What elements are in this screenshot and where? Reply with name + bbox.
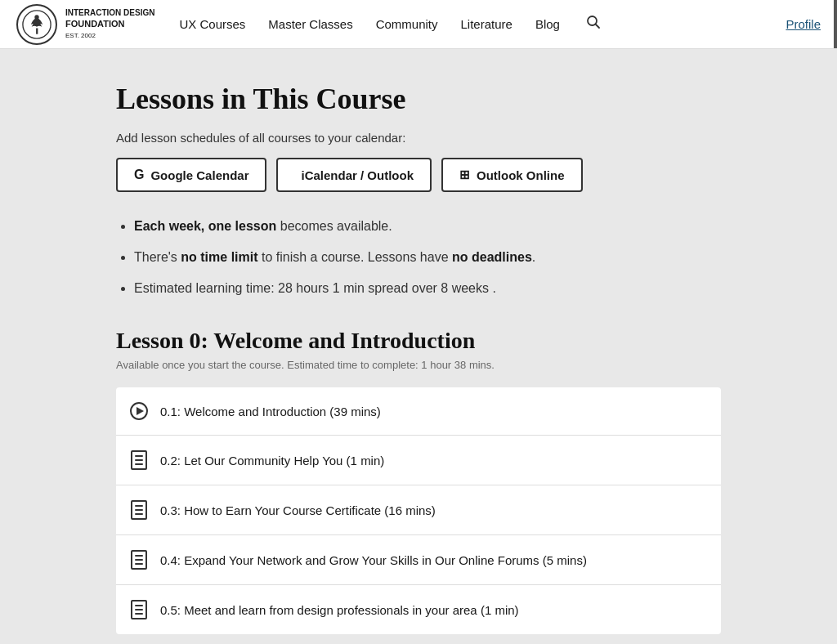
logo-icon [16,4,57,45]
main-content: Lessons in This Course Add lesson schedu… [83,49,754,644]
page-title: Lessons in This Course [116,82,721,116]
lesson-label-0-3: 0.3: How to Earn Your Course Certificate… [160,503,436,517]
search-button[interactable] [583,11,604,37]
info-bold-2b: no deadlines [452,250,532,264]
calendar-subtitle: Add lesson schedules of all courses to y… [116,131,721,145]
doc-icon-0-5 [129,600,149,619]
doc-icon-0-3 [129,500,149,520]
site-header: INTERACTION DESIGNFOUNDATIONEst. 2002 UX… [0,0,837,49]
info-item-1: Each week, one lesson becomes available. [134,217,721,236]
info-item-2: There's no time limit to finish a course… [134,248,721,267]
header-border [834,0,837,48]
nav-blog[interactable]: Blog [535,17,560,31]
video-icon [129,402,149,420]
nav-master-classes[interactable]: Master Classes [268,17,352,31]
lesson-label-0-2: 0.2: Let Our Community Help You (1 min) [160,454,384,467]
google-icon: G [134,168,144,182]
google-calendar-button[interactable]: G Google Calendar [116,158,266,192]
calendar-buttons: G Google Calendar iCalendar / Outlook ⊞ … [116,158,721,192]
nav-literature[interactable]: Literature [461,17,512,31]
lesson-item-0-5[interactable]: 0.5: Meet and learn from design professi… [116,585,721,634]
lesson-label-0-1: 0.1: Welcome and Introduction (39 mins) [160,405,381,418]
svg-rect-1 [36,28,38,34]
logo-text: INTERACTION DESIGNFOUNDATIONEst. 2002 [65,7,154,41]
svg-line-4 [595,25,599,29]
lesson-item-0-4[interactable]: 0.4: Expand Your Network and Grow Your S… [116,535,721,585]
lesson-label-0-4: 0.4: Expand Your Network and Grow Your S… [160,553,587,567]
info-item-3: Estimated learning time: 28 hours 1 min … [134,279,721,298]
info-bold-2a: no time limit [181,250,257,264]
lesson-list: 0.1: Welcome and Introduction (39 mins) … [116,387,721,634]
svg-point-2 [34,15,38,19]
doc-icon-0-2 [129,450,149,470]
outlook-online-label: Outlook Online [477,168,565,182]
outlook-online-button[interactable]: ⊞ Outlook Online [441,158,583,192]
icalendar-button[interactable]: iCalendar / Outlook [276,158,432,192]
windows-icon: ⊞ [459,168,470,182]
nav-ux-courses[interactable]: UX Courses [179,17,245,31]
lesson-item-0-2[interactable]: 0.2: Let Our Community Help You (1 min) [116,436,721,485]
info-list: Each week, one lesson becomes available.… [116,217,721,298]
doc-icon-0-4 [129,550,149,570]
lesson-section-title: Lesson 0: Welcome and Introduction [116,328,721,354]
info-bold-1: Each week, one lesson [134,219,276,233]
logo[interactable]: INTERACTION DESIGNFOUNDATIONEst. 2002 [16,4,154,45]
lesson-item-0-3[interactable]: 0.3: How to Earn Your Course Certificate… [116,485,721,535]
nav-community[interactable]: Community [376,17,438,31]
lesson-label-0-5: 0.5: Meet and learn from design professi… [160,603,519,617]
lesson-item-0-1[interactable]: 0.1: Welcome and Introduction (39 mins) [116,387,721,436]
main-nav: UX Courses Master Classes Community Lite… [179,11,786,37]
profile-link[interactable]: Profile [786,17,821,31]
lesson-section-subtitle: Available once you start the course. Est… [116,359,721,371]
google-calendar-label: Google Calendar [150,168,248,182]
icalendar-label: iCalendar / Outlook [301,168,414,182]
